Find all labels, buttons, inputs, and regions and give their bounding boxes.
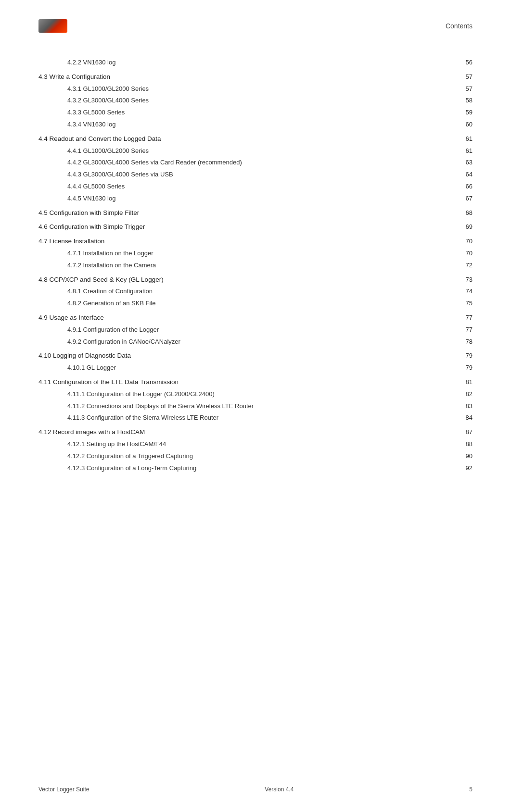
toc-entry-text: 4.9.2 Configuration in CANoe/CANalyzer — [67, 337, 453, 347]
logo-area — [38, 19, 67, 33]
toc-entry: 4.3.4 VN1630 log60 — [38, 119, 473, 131]
toc-page-number: 77 — [453, 313, 473, 323]
toc-page-number: 66 — [453, 182, 473, 192]
toc-entry: 4.12.2 Configuration of a Triggered Capt… — [38, 450, 473, 462]
toc-entry-text: 4.3.3 GL5000 Series — [67, 108, 453, 118]
toc-entry-text: 4.2.2 VN1630 log — [67, 58, 453, 68]
toc-page-number: 90 — [453, 451, 473, 462]
toc-page-number: 88 — [453, 439, 473, 450]
logo-icon — [38, 19, 67, 33]
toc-entry-text: 4.7.2 Installation on the Camera — [67, 261, 453, 271]
toc-entry: 4.9.1 Configuration of the Logger77 — [38, 324, 473, 336]
toc-page-number: 60 — [453, 120, 473, 130]
toc-page-number: 57 — [453, 84, 473, 94]
toc-entry-text: 4.3.2 GL3000/GL4000 Series — [67, 96, 453, 106]
toc-entry: 4.6 Configuration with Simple Trigger69 — [38, 221, 473, 233]
toc-page-number: 61 — [453, 146, 473, 156]
toc-page-number: 79 — [453, 351, 473, 361]
toc-entry: 4.4.5 VN1630 log67 — [38, 193, 473, 205]
toc-page-number: 59 — [453, 108, 473, 118]
toc-entry: 4.11.3 Configuration of the Sierra Wirel… — [38, 412, 473, 424]
toc-page-number: 77 — [453, 325, 473, 335]
toc-entry-text: 4.8.1 Creation of Configuration — [67, 287, 453, 297]
toc-entry-text: 4.4.1 GL1000/GL2000 Series — [67, 146, 453, 156]
toc-entry-text: 4.6 Configuration with Simple Trigger — [38, 222, 453, 232]
toc-entry: 4.3.1 GL1000/GL2000 Series57 — [38, 83, 473, 95]
toc-page-number: 75 — [453, 299, 473, 309]
toc-entry-text: 4.3.4 VN1630 log — [67, 120, 453, 130]
toc-page-number: 92 — [453, 463, 473, 474]
footer-left: Vector Logger Suite — [38, 786, 89, 793]
toc-page-number: 78 — [453, 337, 473, 347]
toc-page-number: 83 — [453, 401, 473, 412]
toc-entry: 4.4 Readout and Convert the Logged Data6… — [38, 133, 473, 145]
toc-entry: 4.11.1 Configuration of the Logger (GL20… — [38, 388, 473, 400]
toc-page-number: 81 — [453, 377, 473, 387]
toc-entry: 4.8 CCP/XCP and Seed & Key (GL Logger)73 — [38, 274, 473, 286]
toc-entry: 4.4.2 GL3000/GL4000 Series via Card Read… — [38, 157, 473, 169]
toc-entry: 4.3.2 GL3000/GL4000 Series58 — [38, 95, 473, 107]
toc-entry: 4.12.1 Setting up the HostCAM/F4488 — [38, 438, 473, 450]
toc-entry: 4.12 Record images with a HostCAM87 — [38, 426, 473, 438]
toc-entry: 4.8.2 Generation of an SKB File75 — [38, 298, 473, 310]
toc-page-number: 70 — [453, 237, 473, 247]
toc-page-number: 58 — [453, 96, 473, 106]
toc-entry-text: 4.9 Usage as Interface — [38, 312, 453, 323]
toc-entry-text: 4.4.5 VN1630 log — [67, 194, 453, 204]
toc-entry: 4.8.1 Creation of Configuration74 — [38, 286, 473, 298]
toc-entry-text: 4.3 Write a Configuration — [38, 72, 453, 82]
toc-entry: 4.11 Configuration of the LTE Data Trans… — [38, 376, 473, 388]
toc-entry: 4.7.1 Installation on the Logger70 — [38, 248, 473, 260]
toc-page-number: 57 — [453, 72, 473, 82]
toc-page-number: 64 — [453, 170, 473, 180]
toc-entry: 4.3 Write a Configuration57 — [38, 71, 473, 83]
toc-entry-text: 4.9.1 Configuration of the Logger — [67, 325, 453, 335]
toc-page-number: 69 — [453, 222, 473, 232]
toc-entry-text: 4.5 Configuration with Simple Filter — [38, 208, 453, 218]
toc-page-number: 79 — [453, 363, 473, 373]
toc-entry-text: 4.12.2 Configuration of a Triggered Capt… — [67, 451, 453, 462]
page: Contents 4.2.2 VN1630 log564.3 Write a C… — [0, 0, 511, 812]
toc-entry-text: 4.4 Readout and Convert the Logged Data — [38, 134, 453, 144]
toc-entry-text: 4.11.2 Connections and Displays of the S… — [67, 401, 453, 412]
header-title: Contents — [446, 22, 473, 30]
toc-entry: 4.9 Usage as Interface77 — [38, 312, 473, 324]
page-footer: Vector Logger Suite Version 4.4 5 — [38, 786, 473, 793]
toc-entry-text: 4.4.3 GL3000/GL4000 Series via USB — [67, 170, 453, 180]
toc-page-number: 63 — [453, 158, 473, 168]
toc-page-number: 56 — [453, 58, 473, 68]
toc-entry-text: 4.7 License Installation — [38, 236, 453, 247]
toc-entry: 4.5 Configuration with Simple Filter68 — [38, 207, 473, 219]
toc-entry-text: 4.11.1 Configuration of the Logger (GL20… — [67, 389, 453, 400]
toc-entry: 4.9.2 Configuration in CANoe/CANalyzer78 — [38, 336, 473, 348]
page-header: Contents — [38, 19, 473, 33]
toc-entry: 4.4.3 GL3000/GL4000 Series via USB64 — [38, 169, 473, 181]
toc-page-number: 87 — [453, 427, 473, 437]
toc-content: 4.2.2 VN1630 log564.3 Write a Configurat… — [38, 52, 473, 474]
toc-entry-text: 4.7.1 Installation on the Logger — [67, 249, 453, 259]
footer-right: 5 — [469, 786, 473, 793]
toc-entry-text: 4.10.1 GL Logger — [67, 363, 453, 373]
toc-entry-text: 4.12.3 Configuration of a Long-Term Capt… — [67, 463, 453, 474]
toc-entry-text: 4.4.2 GL3000/GL4000 Series via Card Read… — [67, 158, 453, 168]
toc-entry-text: 4.11.3 Configuration of the Sierra Wirel… — [67, 413, 453, 423]
toc-entry-text: 4.10 Logging of Diagnostic Data — [38, 350, 453, 361]
toc-entry-text: 4.12.1 Setting up the HostCAM/F44 — [67, 439, 453, 450]
toc-page-number: 82 — [453, 389, 473, 400]
toc-page-number: 61 — [453, 134, 473, 144]
toc-entry: 4.7.2 Installation on the Camera72 — [38, 260, 473, 272]
toc-entry: 4.10 Logging of Diagnostic Data79 — [38, 350, 473, 362]
toc-entry: 4.4.1 GL1000/GL2000 Series61 — [38, 145, 473, 157]
footer-center: Version 4.4 — [265, 786, 294, 793]
toc-entry-text: 4.8 CCP/XCP and Seed & Key (GL Logger) — [38, 275, 453, 285]
toc-entry: 4.4.4 GL5000 Series66 — [38, 181, 473, 193]
toc-page-number: 73 — [453, 275, 473, 285]
toc-entry-text: 4.4.4 GL5000 Series — [67, 182, 453, 192]
toc-entry-text: 4.11 Configuration of the LTE Data Trans… — [38, 377, 453, 387]
toc-entry: 4.12.3 Configuration of a Long-Term Capt… — [38, 462, 473, 475]
toc-entry-text: 4.8.2 Generation of an SKB File — [67, 299, 453, 309]
toc-entry: 4.2.2 VN1630 log56 — [38, 57, 473, 69]
toc-entry: 4.7 License Installation70 — [38, 235, 473, 248]
toc-page-number: 68 — [453, 208, 473, 218]
toc-entry: 4.11.2 Connections and Displays of the S… — [38, 400, 473, 412]
